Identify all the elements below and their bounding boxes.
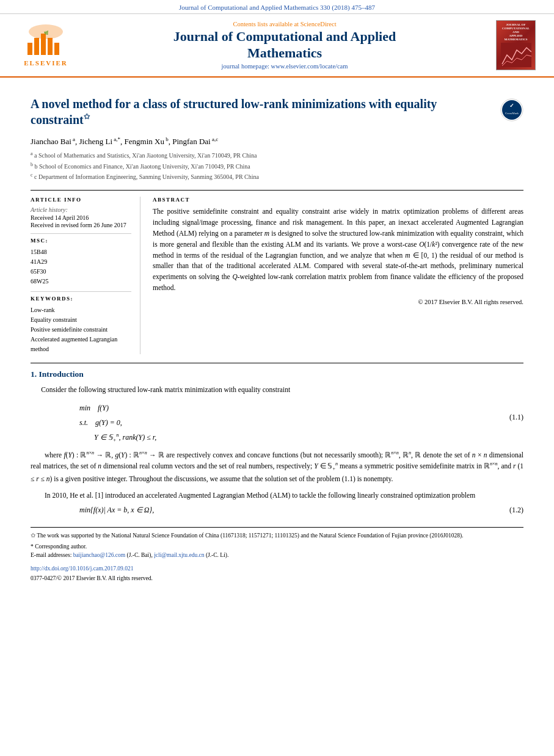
article-history-label: Article history: bbox=[31, 206, 131, 213]
doi-link[interactable]: http://dx.doi.org/10.1016/j.cam.2017.09.… bbox=[31, 565, 133, 572]
msc-code-1: 15B48 bbox=[31, 247, 131, 257]
abstract-title: ABSTRACT bbox=[153, 197, 523, 203]
star-footnote: ✩ The work was supported by the National… bbox=[31, 531, 523, 540]
journal-reference-bar: Journal of Computational and Applied Mat… bbox=[0, 0, 554, 14]
email-footnote: E-mail addresses: baijianchao@126.com (J… bbox=[31, 551, 523, 559]
footnote-section: ✩ The work was supported by the National… bbox=[31, 527, 523, 583]
svg-text:CrossMark: CrossMark bbox=[505, 112, 519, 115]
authors-line: Jianchao Bai a, Jicheng Li a,*, Fengmin … bbox=[31, 136, 523, 147]
equation-12-number: (1.2) bbox=[475, 506, 523, 515]
doi-line: http://dx.doi.org/10.1016/j.cam.2017.09.… bbox=[31, 564, 523, 573]
affiliation-a: a a School of Mathematics and Statistics… bbox=[31, 150, 523, 160]
cover-graph-icon bbox=[501, 43, 531, 67]
journal-title: Journal of Computational and Applied Mat… bbox=[83, 29, 486, 61]
cover-image: JOURNAL OFCOMPUTATIONAL ANDAPPLIEDMATHEM… bbox=[496, 20, 536, 70]
revised-date: Received in revised form 26 June 2017 bbox=[31, 222, 131, 228]
msc-code-3: 65F30 bbox=[31, 267, 131, 277]
svg-text:🌿: 🌿 bbox=[44, 31, 49, 35]
msc-title: MSC: bbox=[31, 238, 131, 244]
article-info-abstract: ARTICLE INFO Article history: Received 1… bbox=[31, 190, 523, 354]
sciencedirect-label: Contents lists available at ScienceDirec… bbox=[83, 21, 486, 27]
journal-cover: JOURNAL OFCOMPUTATIONAL ANDAPPLIEDMATHEM… bbox=[496, 20, 536, 70]
elsevier-logo: 🌿 ELSEVIER bbox=[18, 24, 73, 67]
article-info-column: ARTICLE INFO Article history: Received 1… bbox=[31, 197, 140, 354]
abstract-text: The positive semidefinite constraint and… bbox=[153, 206, 523, 294]
svg-rect-3 bbox=[48, 38, 53, 55]
homepage-link[interactable]: www.elsevier.com/locate/cam bbox=[271, 63, 348, 70]
corresponding-footnote: * Corresponding author. bbox=[31, 542, 523, 551]
elsevier-wordmark: ELSEVIER bbox=[24, 59, 68, 67]
intro-paragraph-1: Consider the following structured low-ra… bbox=[31, 384, 523, 395]
keywords-title: Keywords: bbox=[31, 296, 131, 302]
equation-12-content: min{f(x)| Ax = b, x ∈ Ω}, bbox=[31, 506, 475, 515]
email-link-1[interactable]: baijianchao@126.com bbox=[73, 552, 126, 558]
sciencedirect-link[interactable]: ScienceDirect bbox=[301, 21, 337, 27]
journal-title-block: Contents lists available at ScienceDirec… bbox=[83, 21, 486, 70]
keywords-section: Keywords: Low-rank Equality constraint P… bbox=[31, 291, 131, 354]
keyword-2: Equality constraint bbox=[31, 315, 131, 325]
intro-paragraph-3: In 2010, He et al. [1] introduced an acc… bbox=[31, 490, 523, 501]
crossmark-badge[interactable]: ✓ CrossMark bbox=[500, 98, 523, 124]
journal-header: 🌿 ELSEVIER Contents lists available at S… bbox=[0, 14, 554, 78]
affiliation-c: c c Department of Information Engineerin… bbox=[31, 172, 523, 181]
svg-rect-4 bbox=[54, 43, 59, 55]
title-star: ✩ bbox=[84, 112, 90, 121]
article-title-block: A novel method for a class of structured… bbox=[31, 96, 494, 133]
article-title: A novel method for a class of structured… bbox=[31, 96, 494, 128]
svg-text:✓: ✓ bbox=[509, 103, 514, 109]
equation-11-content: min f(Y) s.t. g(Y) = 0, Y ∈ 𝕊+n, rank(Y)… bbox=[31, 401, 475, 446]
elsevier-tree-icon: 🌿 bbox=[24, 24, 67, 58]
svg-rect-0 bbox=[27, 43, 32, 55]
email-link-2[interactable]: jcli@mail.xjtu.edu.cn bbox=[154, 552, 204, 558]
abstract-column: ABSTRACT The positive semidefinite const… bbox=[153, 197, 523, 354]
equation-12: min{f(x)| Ax = b, x ∈ Ω}, (1.2) bbox=[31, 506, 523, 515]
article-info-title: ARTICLE INFO bbox=[31, 197, 131, 203]
received-date: Received 14 April 2016 bbox=[31, 214, 131, 221]
copyright-notice: © 2017 Elsevier B.V. All rights reserved… bbox=[153, 299, 523, 305]
msc-section: MSC: 15B48 41A29 65F30 68W25 bbox=[31, 233, 131, 286]
introduction-section: 1. Introduction Consider the following s… bbox=[31, 369, 523, 515]
title-row: A novel method for a class of structured… bbox=[31, 96, 523, 133]
issn-line: 0377-0427/© 2017 Elsevier B.V. All right… bbox=[31, 574, 523, 583]
main-content: A novel method for a class of structured… bbox=[0, 78, 554, 595]
msc-code-4: 68W25 bbox=[31, 277, 131, 286]
svg-rect-1 bbox=[34, 38, 39, 55]
page: Journal of Computational and Applied Mat… bbox=[0, 0, 554, 756]
affiliations: a a School of Mathematics and Statistics… bbox=[31, 150, 523, 181]
homepage-label: journal homepage: www.elsevier.com/locat… bbox=[83, 63, 486, 70]
journal-reference-text: Journal of Computational and Applied Mat… bbox=[179, 4, 375, 11]
msc-code-2: 41A29 bbox=[31, 257, 131, 267]
crossmark-icon: ✓ CrossMark bbox=[500, 98, 523, 122]
intro-paragraph-2: where f(Y) : ℝn×n → ℝ, g(Y) : ℝn×n → ℝ a… bbox=[31, 449, 523, 485]
equation-11: min f(Y) s.t. g(Y) = 0, Y ∈ 𝕊+n, rank(Y)… bbox=[31, 401, 523, 446]
msc-codes: 15B48 41A29 65F30 68W25 bbox=[31, 247, 131, 286]
affiliation-b: b b School of Economics and Finance, Xi'… bbox=[31, 161, 523, 171]
introduction-title: 1. Introduction bbox=[31, 369, 523, 379]
section-divider bbox=[31, 363, 523, 363]
keyword-3: Positive semidefinite constraint bbox=[31, 325, 131, 335]
keyword-4: Accelerated augmented Lagrangian method bbox=[31, 335, 131, 354]
equation-11-number: (1.1) bbox=[475, 401, 523, 422]
keyword-1: Low-rank bbox=[31, 305, 131, 315]
